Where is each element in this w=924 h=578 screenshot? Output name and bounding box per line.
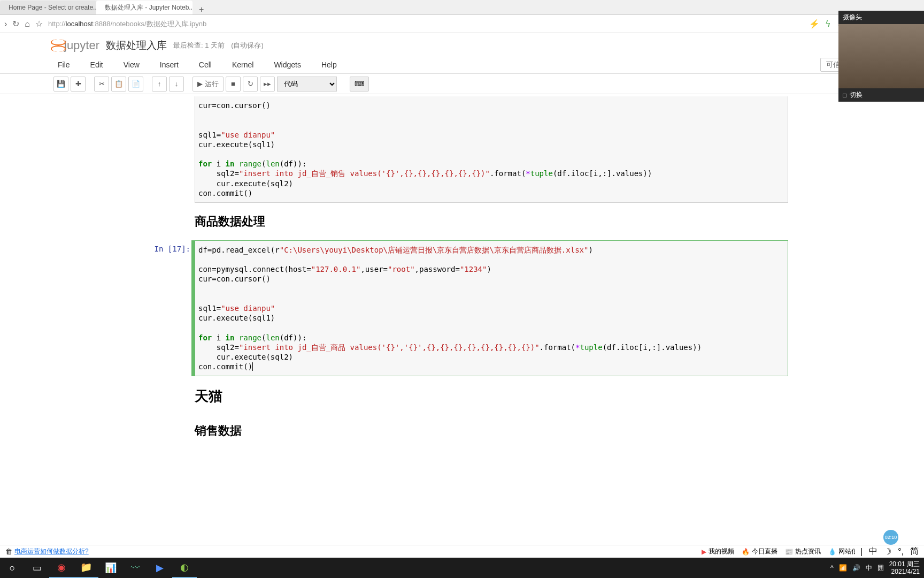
tray-wifi-icon[interactable]: 📶	[839, 564, 847, 572]
browser-tabs: Home Page - Select or create... 数据处理入库 -…	[0, 0, 924, 15]
cell-prompt: In [17]:	[136, 240, 195, 376]
menu-cell[interactable]: Cell	[195, 57, 216, 72]
ime-divider: |	[860, 547, 863, 557]
tray-clock[interactable]: 20:01 周三 2021/4/21	[889, 560, 920, 576]
taskbar-powershell[interactable]: ▶	[148, 558, 172, 578]
camera-header: 摄像头	[838, 11, 924, 24]
tab-title: Home Page - Select or create...	[9, 4, 96, 11]
tab-title: 数据处理入库 - Jupyter Noteb...	[105, 3, 192, 12]
ime-mode[interactable]: 简	[910, 546, 919, 557]
code-cell-partial[interactable]: cur=con.cursor() sql1="use dianpu" cur.e…	[136, 96, 788, 203]
menu-bar: File Edit View Insert Cell Kernel Widget…	[0, 56, 924, 74]
camera-view	[838, 24, 924, 88]
tray-volume-icon[interactable]: 🔊	[852, 564, 860, 572]
taskbar-powerbi[interactable]: 📊	[98, 558, 123, 578]
footer-bar: 🗑 电商运营如何做数据分析? ▶我的视频 🔥今日直播 📰热点资讯 💧网站信用 ⚙…	[0, 545, 924, 558]
taskbar-explorer[interactable]: 📁	[74, 558, 98, 578]
command-palette-button[interactable]: ⌨	[350, 77, 369, 92]
interrupt-button[interactable]: ■	[226, 77, 241, 92]
footer-link[interactable]: 电商运营如何做数据分析?	[14, 547, 89, 556]
bolt-icon[interactable]: ϟ	[825, 19, 831, 29]
camera-overlay[interactable]: 摄像头 □ 切换	[838, 11, 924, 102]
new-tab-button[interactable]: +	[192, 5, 210, 14]
camera-switch-button[interactable]: □ 切换	[838, 88, 924, 102]
jupyter-header: jupyter 数据处理入库 最后检查: 1 天前 (自动保存) 🐍	[0, 33, 924, 56]
timer-badge[interactable]: 02:10	[883, 530, 898, 545]
footer-tag-video[interactable]: ▶我的视频	[702, 547, 734, 556]
system-tray: ^ 📶 🔊 中 囲 20:01 周三 2021/4/21	[826, 560, 924, 576]
heading-product-data: 商品数据处理	[195, 209, 788, 234]
browser-address-bar: › ↻ ⌂ ☆ http://localhost:8888/notebooks/…	[0, 15, 924, 33]
jupyter-logo[interactable]: jupyter	[53, 37, 99, 54]
heading-tmall: 天猫	[195, 383, 788, 410]
menu-kernel[interactable]: Kernel	[228, 57, 258, 72]
restart-run-button[interactable]: ▸▸	[260, 77, 275, 92]
footer-tag-live[interactable]: 🔥今日直播	[742, 547, 777, 556]
ime-bar: | 中 ☽ °, 简	[855, 545, 924, 558]
home-icon[interactable]: ⌂	[25, 19, 30, 29]
add-cell-button[interactable]: ✚	[71, 77, 86, 92]
move-down-button[interactable]: ↓	[169, 77, 184, 92]
move-up-button[interactable]: ↑	[152, 77, 167, 92]
tray-up-icon[interactable]: ^	[830, 564, 834, 572]
menu-view[interactable]: View	[119, 57, 144, 72]
code-cell-17[interactable]: In [17]: df=pd.read_excel(r"C:\Users\you…	[136, 240, 788, 376]
refresh-icon[interactable]: ↻	[12, 19, 19, 29]
save-button[interactable]: 💾	[53, 77, 68, 92]
notebook-container: cur=con.cursor() sql1="use dianpu" cur.e…	[0, 94, 924, 576]
taskbar-app-1[interactable]: ◉	[49, 558, 74, 578]
notebook-title[interactable]: 数据处理入库	[106, 39, 167, 52]
menu-file[interactable]: File	[53, 57, 74, 72]
browser-tab-notebook[interactable]: 数据处理入库 - Jupyter Noteb... ×	[96, 1, 192, 14]
paste-button[interactable]: 📄	[128, 77, 143, 92]
menu-edit[interactable]: Edit	[86, 57, 107, 72]
address-url[interactable]: http://localhost:8888/notebooks/数据处理入库.i…	[48, 19, 804, 29]
menu-insert[interactable]: Insert	[156, 57, 183, 72]
autosave-status: (自动保存)	[231, 41, 264, 50]
run-button[interactable]: ▶ 运行	[192, 77, 224, 92]
markdown-cell[interactable]: 商品数据处理	[136, 205, 788, 238]
cell-type-select[interactable]: 代码	[277, 77, 337, 92]
flash-icon[interactable]: ⚡	[809, 19, 820, 29]
task-view-button[interactable]: ▭	[25, 558, 49, 578]
ime-punct-icon[interactable]: °,	[898, 547, 904, 557]
cell-prompt	[136, 96, 195, 203]
forward-icon[interactable]: ›	[4, 19, 7, 29]
last-checkpoint: 最后检查: 1 天前	[173, 41, 225, 50]
code-input[interactable]: df=pd.read_excel(r"C:\Users\youyi\Deskto…	[195, 240, 788, 376]
tray-lang[interactable]: 中	[866, 564, 872, 573]
tray-ime-icon[interactable]: 囲	[877, 564, 884, 573]
footer-tag-hot[interactable]: 📰热点资讯	[785, 547, 821, 556]
markdown-cell[interactable]: 销售数据	[136, 414, 788, 447]
taskbar-app-4[interactable]: 〰	[123, 558, 148, 578]
toolbar: 💾 ✚ ✂ 📋 📄 ↑ ↓ ▶ 运行 ■ ↻ ▸▸ 代码 ⌨	[0, 74, 924, 94]
info-icon: 🗑	[5, 547, 12, 556]
cut-button[interactable]: ✂	[94, 77, 109, 92]
menu-widgets[interactable]: Widgets	[270, 57, 305, 72]
heading-sales-data: 销售数据	[195, 419, 788, 443]
bookmark-icon[interactable]: ☆	[35, 19, 43, 29]
markdown-cell[interactable]: 天猫	[136, 378, 788, 414]
code-input[interactable]: cur=con.cursor() sql1="use dianpu" cur.e…	[195, 96, 788, 203]
start-button[interactable]: ○	[0, 558, 25, 578]
taskbar-browser[interactable]: ◐	[172, 558, 197, 578]
menu-help[interactable]: Help	[317, 57, 341, 72]
copy-button[interactable]: 📋	[111, 77, 126, 92]
browser-tab-home[interactable]: Home Page - Select or create...	[0, 1, 96, 14]
ime-lang[interactable]: 中	[869, 546, 877, 557]
taskbar: ○ ▭ ◉ 📁 📊 〰 ▶ ◐ ^ 📶 🔊 中 囲 20:01 周三 2021/…	[0, 558, 924, 578]
switch-icon: □	[843, 92, 846, 99]
ime-moon-icon[interactable]: ☽	[884, 546, 891, 557]
restart-button[interactable]: ↻	[243, 77, 258, 92]
